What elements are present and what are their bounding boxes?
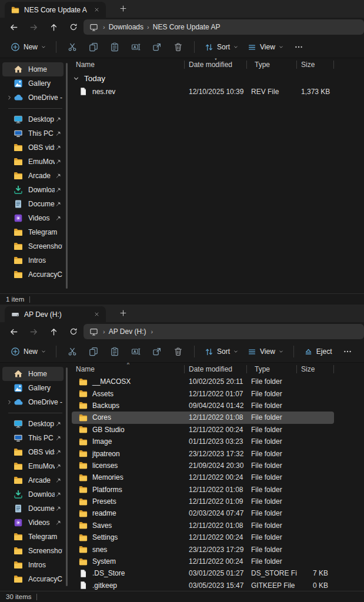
up-button[interactable]	[44, 323, 64, 340]
sort-button[interactable]: Sort	[200, 343, 243, 360]
delete-button[interactable]	[168, 343, 189, 360]
column-header[interactable]: Size	[297, 363, 334, 376]
file-row[interactable]: GB Studio 12/11/2022 00:24 File folder	[72, 424, 334, 436]
new-tab-button[interactable]	[115, 306, 131, 321]
file-row[interactable]: __MACOSX 10/02/2025 20:11 File folder	[72, 376, 334, 387]
view-button[interactable]: View	[243, 38, 288, 56]
more-button[interactable]	[288, 38, 309, 56]
tab-ap-dev[interactable]: AP Dev (H:)	[5, 306, 106, 322]
column-header[interactable]: Type	[247, 58, 297, 71]
sidebar-item[interactable]: Desktop	[2, 417, 64, 431]
view-button[interactable]: View	[243, 343, 288, 360]
share-button[interactable]	[146, 343, 168, 360]
sidebar-item[interactable]: This PC	[2, 126, 64, 141]
sidebar-item[interactable]: Home	[2, 62, 64, 76]
chevron-right-icon[interactable]	[6, 95, 12, 101]
column-header[interactable]: Date modified	[185, 363, 247, 376]
file-row[interactable]: .DS_Store 03/01/2025 01:27 DS_STORE File…	[72, 567, 334, 579]
sidebar-scrollbar[interactable]	[66, 63, 68, 289]
sidebar-item[interactable]: Desktop	[2, 112, 64, 126]
column-header[interactable]: Name	[72, 58, 185, 71]
breadcrumb-segment[interactable]: Downloads	[109, 23, 143, 31]
up-button[interactable]	[44, 18, 64, 36]
refresh-button[interactable]	[64, 18, 84, 36]
file-row[interactable]: Presets 12/11/2022 01:09 File folder	[72, 496, 334, 507]
sidebar-item[interactable]: EmuMovies V	[2, 459, 64, 473]
back-button[interactable]	[4, 18, 24, 36]
file-row[interactable]: Assets 12/11/2022 01:07 File folder	[72, 387, 334, 399]
sidebar-item[interactable]: Videos	[2, 211, 64, 225]
forward-button[interactable]	[24, 323, 44, 340]
chevron-right-icon[interactable]	[6, 399, 12, 405]
this-pc-icon[interactable]	[89, 327, 98, 336]
sidebar-scrollbar[interactable]	[66, 367, 68, 586]
file-row[interactable]: readme 02/03/2024 07:47 File folder	[72, 507, 334, 519]
file-row[interactable]: Cores 12/11/2022 01:08 File folder	[72, 412, 334, 423]
file-row[interactable]: Memories 12/11/2022 00:24 File folder	[72, 471, 334, 483]
address-bar[interactable]: › AP Dev (H:) ›	[84, 324, 364, 339]
column-header[interactable]: Size	[297, 58, 334, 71]
sidebar-item[interactable]: Arcade	[2, 473, 64, 487]
file-row[interactable]: jtpatreon 23/12/2023 17:32 File folder	[72, 447, 334, 459]
group-header-today[interactable]: Today	[72, 71, 364, 85]
chevron-down-icon[interactable]	[73, 75, 79, 82]
sidebar-item[interactable]: Documents	[2, 197, 64, 211]
new-button[interactable]: New	[6, 343, 51, 360]
file-row[interactable]: Image 01/11/2023 03:23 File folder	[72, 436, 334, 447]
sidebar-item[interactable]: Intros	[2, 558, 64, 572]
sidebar-item[interactable]: OneDrive - Pers	[2, 91, 64, 105]
sidebar-item[interactable]: Downloads	[2, 183, 64, 197]
breadcrumb-segment[interactable]: AP Dev (H:)	[109, 327, 146, 336]
rename-button[interactable]	[125, 38, 146, 56]
new-tab-button[interactable]	[115, 1, 131, 16]
sidebar-item[interactable]: Screenshots	[2, 239, 64, 253]
share-button[interactable]	[146, 38, 168, 56]
sidebar-item[interactable]: Home	[2, 367, 64, 381]
more-button[interactable]	[337, 343, 358, 360]
column-header[interactable]: ∧ Name	[72, 363, 185, 376]
rename-button[interactable]	[125, 343, 146, 360]
new-button[interactable]: New	[6, 38, 51, 56]
file-row[interactable]: nes.rev 12/10/2025 10:39 REV File 1,373 …	[72, 85, 334, 98]
sidebar-item[interactable]: AccuracyCoin	[2, 267, 64, 282]
sidebar-item[interactable]: Intros	[2, 253, 64, 267]
sidebar-item[interactable]: Telegram	[2, 530, 64, 544]
tab-nes-core-update-ap[interactable]: NES Core Update AP	[5, 2, 106, 18]
cut-button[interactable]	[62, 343, 83, 360]
sidebar-item[interactable]: Gallery	[2, 76, 64, 91]
tab-close-button[interactable]	[92, 310, 101, 319]
delete-button[interactable]	[168, 38, 189, 56]
sidebar-item[interactable]: Videos	[2, 516, 64, 530]
address-bar[interactable]: › Downloads › NES Core Update AP	[84, 19, 364, 35]
sidebar-item[interactable]: Arcade	[2, 169, 64, 183]
sidebar-item[interactable]: This PC	[2, 431, 64, 445]
paste-button[interactable]	[104, 343, 125, 360]
tab-close-button[interactable]	[92, 5, 101, 15]
sidebar-item[interactable]: EmuMovies V	[2, 155, 64, 169]
sidebar-item[interactable]: Screenshots	[2, 544, 64, 558]
file-row[interactable]: Settings 12/11/2022 00:24 File folder	[72, 531, 334, 543]
forward-button[interactable]	[24, 18, 44, 36]
copy-button[interactable]	[83, 343, 104, 360]
column-header[interactable]: ∨ Date modified	[185, 58, 247, 71]
file-row[interactable]: Saves 12/11/2022 01:08 File folder	[72, 520, 334, 531]
sidebar-item[interactable]: Telegram	[2, 225, 64, 239]
file-row[interactable]: Backups 09/04/2024 01:42 File folder	[72, 400, 334, 412]
sidebar-item[interactable]: OBS vids	[2, 141, 64, 155]
sort-button[interactable]: Sort	[200, 38, 243, 56]
this-pc-icon[interactable]	[89, 23, 98, 32]
file-row[interactable]: .gitkeep 03/05/2023 15:47 GITKEEP File 0…	[72, 580, 334, 591]
sidebar-item[interactable]: Downloads	[2, 487, 64, 501]
file-row[interactable]: System 12/11/2022 00:24 File folder	[72, 556, 334, 567]
column-header[interactable]: Type	[247, 363, 297, 376]
paste-button[interactable]	[104, 38, 125, 56]
sidebar-item[interactable]: Gallery	[2, 381, 64, 395]
file-row[interactable]: snes 23/12/2023 17:29 File folder	[72, 543, 334, 555]
copy-button[interactable]	[83, 38, 104, 56]
eject-button[interactable]: Eject	[299, 343, 337, 360]
sidebar-item[interactable]: Documents	[2, 501, 64, 516]
file-row[interactable]: Platforms 12/11/2022 01:08 File folder	[72, 484, 334, 496]
cut-button[interactable]	[62, 38, 83, 56]
sidebar-item[interactable]: AccuracyCoin	[2, 572, 64, 586]
refresh-button[interactable]	[64, 323, 84, 340]
